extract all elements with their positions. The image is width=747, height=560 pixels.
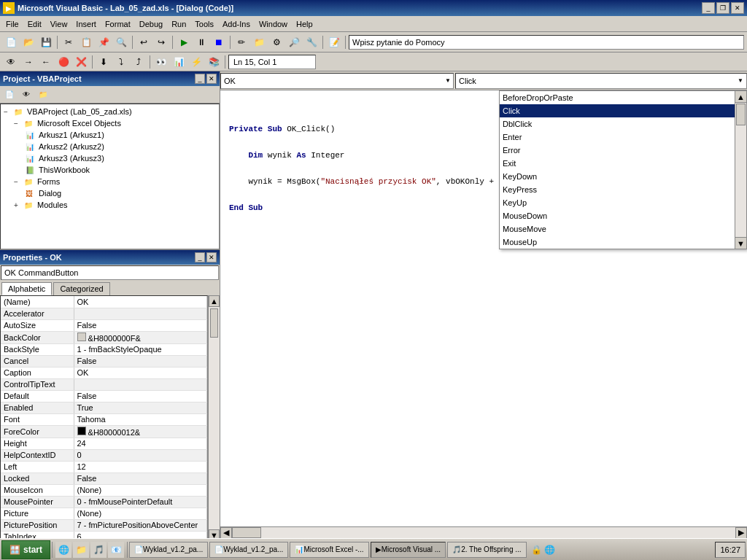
- list-scroll-up[interactable]: ▲: [735, 91, 746, 103]
- prop-row-backstyle[interactable]: BackStyle 1 - fmBackStyleOpaque: [1, 343, 207, 355]
- event-item-beforedroppaste[interactable]: BeforeDropOrPaste: [500, 91, 735, 104]
- event-dropdown-list[interactable]: BeforeDropOrPaste Click DblClick Enter E…: [499, 90, 747, 249]
- prop-row-backcolor[interactable]: BackColor &H8000000F&: [1, 331, 207, 343]
- immediate-button[interactable]: ⚡: [188, 54, 204, 70]
- prop-row-pictureposition[interactable]: PicturePosition 7 - fmPicturePositionAbo…: [1, 519, 207, 531]
- menu-addins[interactable]: Add-Ins: [218, 18, 255, 30]
- menu-file[interactable]: File: [1, 18, 23, 30]
- event-item-mouseup[interactable]: MouseUp: [500, 236, 735, 249]
- prop-row-font[interactable]: Font Tahoma: [1, 413, 207, 425]
- tab-categorized[interactable]: Categorized: [53, 282, 109, 295]
- tree-thisworkbook[interactable]: 📗 ThisWorkbook: [2, 164, 217, 176]
- event-item-error[interactable]: Error: [500, 144, 735, 157]
- tree-arkusz2[interactable]: 📊 Arkusz2 (Arkusz2): [2, 141, 217, 152]
- event-item-mousemove[interactable]: MouseMove: [500, 222, 735, 236]
- prop-row-locked[interactable]: Locked False: [1, 472, 207, 484]
- tray-antivirus-icon[interactable]: 🔒: [531, 545, 542, 555]
- prop-row-controltiptext[interactable]: ControlTipText: [1, 378, 207, 390]
- stop-button[interactable]: ⏹: [211, 34, 227, 50]
- event-item-mousedown[interactable]: MouseDown: [500, 209, 735, 222]
- code-scrollbar[interactable]: ◀ ▶: [220, 526, 747, 538]
- event-dropdown[interactable]: Click ▼: [455, 73, 747, 89]
- scrollbar-track[interactable]: [209, 307, 220, 529]
- save-button[interactable]: 💾: [38, 34, 54, 50]
- props-minimize-btn[interactable]: _: [195, 252, 205, 262]
- hscroll-left[interactable]: ◀: [220, 527, 232, 539]
- watch-window-button[interactable]: 👀: [153, 54, 169, 70]
- prop-row-picture[interactable]: Picture (None): [1, 508, 207, 519]
- properties-selector[interactable]: OK CommandButton: [0, 265, 220, 281]
- menu-edit[interactable]: Edit: [23, 18, 46, 30]
- call-stack-button[interactable]: 📚: [206, 54, 222, 70]
- undo-button[interactable]: ↩: [136, 34, 152, 50]
- properties-scrollbar[interactable]: ▲ ▼: [208, 295, 220, 541]
- event-item-keyup[interactable]: KeyUp: [500, 196, 735, 209]
- menu-tools[interactable]: Tools: [190, 18, 218, 30]
- step-out-button[interactable]: ⤴: [131, 54, 147, 70]
- event-item-keydown[interactable]: KeyDown: [500, 170, 735, 183]
- props-close-btn[interactable]: ✕: [206, 252, 217, 262]
- toolbox-button[interactable]: 🔧: [303, 34, 320, 50]
- project-close-btn[interactable]: ✕: [206, 74, 217, 84]
- menu-format[interactable]: Format: [101, 18, 135, 30]
- prop-row-enabled[interactable]: Enabled True: [1, 402, 207, 413]
- explorer-button[interactable]: 📁: [251, 34, 267, 50]
- prop-row-forecolor[interactable]: ForeColor &H80000012&: [1, 425, 207, 438]
- taskbar-folder-icon[interactable]: 📁: [73, 542, 89, 558]
- step-into-button[interactable]: ⬇: [96, 54, 112, 70]
- menu-window[interactable]: Window: [255, 18, 292, 30]
- hscroll-track[interactable]: [232, 527, 735, 538]
- step-over-button[interactable]: ⤵: [113, 54, 129, 70]
- prop-row-cancel[interactable]: Cancel False: [1, 355, 207, 367]
- scrollbar-up-btn[interactable]: ▲: [209, 295, 220, 307]
- tree-dialog[interactable]: 🖼 Dialog: [2, 187, 217, 199]
- menu-view[interactable]: View: [46, 18, 72, 30]
- toggle-folders-btn[interactable]: 📁: [35, 87, 51, 103]
- hscroll-right[interactable]: ▶: [735, 527, 747, 539]
- view-code-btn[interactable]: 📄: [1, 87, 18, 103]
- taskbar-clock[interactable]: 16:27: [715, 542, 746, 558]
- tab-alphabetic[interactable]: Alphabetic: [1, 282, 52, 295]
- event-item-keypress[interactable]: KeyPress: [500, 183, 735, 196]
- view-object-project-btn[interactable]: 👁: [18, 87, 34, 103]
- prop-row-height[interactable]: Height 24: [1, 438, 207, 449]
- prop-row-default[interactable]: Default False: [1, 390, 207, 402]
- taskbar-ie-icon[interactable]: 🌐: [55, 542, 71, 558]
- list-scroll-down[interactable]: ▼: [735, 237, 746, 249]
- toggle-breakpoint-button[interactable]: 🔴: [55, 54, 71, 70]
- copy-button[interactable]: 📋: [78, 34, 94, 50]
- tree-arkusz1[interactable]: 📊 Arkusz1 (Arkusz1): [2, 129, 217, 141]
- scrollbar-thumb[interactable]: [210, 308, 218, 338]
- object-selector-dropdown[interactable]: OK CommandButton: [1, 265, 219, 280]
- insert-form-button[interactable]: 📝: [326, 34, 342, 50]
- tree-forms[interactable]: − 📁 Forms: [2, 176, 217, 187]
- help-input[interactable]: Wpisz pytanie do Pomocy: [349, 35, 744, 50]
- prop-row-mouseicon[interactable]: MouseIcon (None): [1, 484, 207, 496]
- hscroll-thumb[interactable]: [232, 527, 261, 538]
- taskbar-item-wyklad1[interactable]: 📄 Wyklad_v1.2_pa...: [129, 542, 208, 558]
- event-item-exit[interactable]: Exit: [500, 157, 735, 170]
- pause-button[interactable]: ⏸: [193, 34, 209, 50]
- outdent-button[interactable]: ←: [38, 54, 54, 70]
- tray-network-icon[interactable]: 🌐: [544, 545, 555, 555]
- event-item-enter[interactable]: Enter: [500, 131, 735, 144]
- redo-button[interactable]: ↪: [153, 34, 169, 50]
- prop-row-autosize[interactable]: AutoSize False: [1, 319, 207, 331]
- find-button[interactable]: 🔍: [113, 34, 129, 50]
- taskbar-item-wyklad2[interactable]: 📄 Wyklad_v1.2_pa...: [209, 542, 288, 558]
- cut-button[interactable]: ✂: [61, 34, 77, 50]
- design-button[interactable]: ✏: [233, 34, 249, 50]
- tree-modules[interactable]: + 📁 Modules: [2, 199, 217, 211]
- menu-help[interactable]: Help: [292, 18, 317, 30]
- prop-row-mousepointer[interactable]: MousePointer 0 - fmMousePointerDefault: [1, 496, 207, 508]
- object-dropdown[interactable]: OK: [220, 73, 454, 89]
- objectbrowser-button[interactable]: 🔎: [286, 34, 302, 50]
- view-object-button[interactable]: 👁: [3, 54, 19, 70]
- run-button[interactable]: ▶: [176, 34, 192, 50]
- paste-button[interactable]: 📌: [96, 34, 112, 50]
- taskbar-item-vb[interactable]: ▶ Microsoft Visual ...: [371, 542, 446, 558]
- restore-button[interactable]: ❐: [716, 2, 729, 14]
- taskbar-mediaplayer-icon[interactable]: 🎵: [90, 542, 107, 558]
- taskbar-item-media[interactable]: 🎵 2. The Offspring ...: [447, 542, 526, 558]
- properties-button[interactable]: ⚙: [268, 34, 285, 50]
